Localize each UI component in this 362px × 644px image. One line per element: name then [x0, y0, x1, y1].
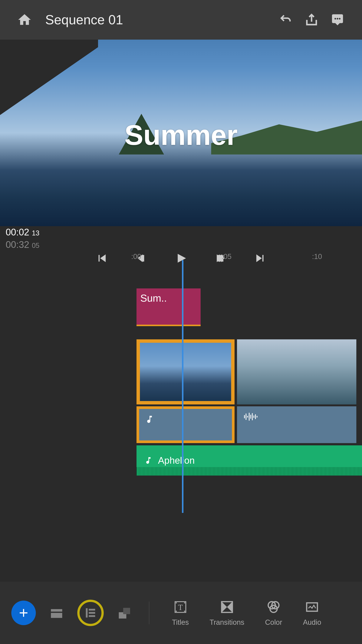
- svg-rect-30: [307, 603, 318, 611]
- toolbar-divider: [149, 602, 149, 624]
- tab-label: Audio: [303, 618, 321, 626]
- svg-point-22: [176, 602, 177, 603]
- svg-point-2: [339, 18, 341, 20]
- svg-rect-15: [89, 609, 95, 610]
- svg-rect-19: [123, 608, 130, 614]
- timeline[interactable]: Sum.. Aphelion: [0, 264, 362, 551]
- sequence-title: Sequence 01: [45, 12, 123, 27]
- svg-rect-4: [246, 414, 246, 420]
- transitions-icon: [219, 600, 235, 614]
- audio-clip[interactable]: [237, 406, 356, 443]
- time-ruler[interactable]: :00 :05 :10: [0, 251, 362, 264]
- svg-point-0: [335, 18, 336, 20]
- svg-rect-17: [89, 615, 95, 617]
- undo-icon[interactable]: [278, 13, 293, 26]
- project-panel-button[interactable]: [47, 604, 66, 622]
- add-media-button[interactable]: [11, 600, 36, 625]
- tab-titles[interactable]: T Titles: [172, 600, 189, 626]
- svg-rect-10: [255, 414, 256, 419]
- svg-point-24: [176, 610, 177, 612]
- svg-rect-14: [86, 608, 87, 618]
- current-frames: 13: [32, 229, 39, 237]
- svg-rect-9: [254, 416, 254, 418]
- color-icon: [266, 600, 281, 614]
- music-track-label: Aphelion: [158, 455, 195, 466]
- title-clip[interactable]: Sum..: [136, 288, 201, 326]
- comment-icon[interactable]: [330, 13, 345, 26]
- tab-label: Transitions: [209, 618, 244, 626]
- svg-point-23: [184, 602, 185, 603]
- duration-time: 00:32: [6, 240, 29, 250]
- svg-point-1: [337, 18, 339, 20]
- preview-foreground-sail: [0, 40, 98, 115]
- ruler-mark: :05: [222, 252, 232, 261]
- tab-audio[interactable]: Audio: [303, 600, 321, 626]
- svg-rect-6: [249, 413, 250, 421]
- svg-text:T: T: [178, 603, 183, 612]
- svg-rect-5: [247, 416, 248, 418]
- svg-rect-16: [89, 612, 95, 614]
- bottom-toolbar: T Titles Transitions Color Audio: [0, 582, 362, 644]
- video-clip[interactable]: [237, 339, 356, 404]
- tab-color[interactable]: Color: [265, 600, 282, 626]
- svg-rect-12: [51, 609, 62, 612]
- timecode-display: 00:02 13 00:32 05: [6, 227, 39, 250]
- audio-clip-selected[interactable]: [136, 406, 235, 443]
- preview-title-overlay: Summer: [124, 119, 238, 152]
- video-track: [136, 339, 356, 404]
- linked-audio-track: [136, 406, 356, 443]
- title-clip-label: Sum..: [140, 292, 167, 304]
- svg-rect-7: [250, 415, 251, 419]
- svg-rect-8: [252, 413, 253, 420]
- current-time: 00:02: [6, 227, 29, 238]
- tab-label: Color: [265, 618, 282, 626]
- tab-transitions[interactable]: Transitions: [209, 600, 244, 626]
- top-bar: Sequence 01: [0, 0, 362, 40]
- music-note-icon: [144, 456, 153, 465]
- waveform-icon: [243, 412, 260, 422]
- svg-rect-11: [257, 416, 257, 418]
- music-waveform: [136, 467, 362, 476]
- share-icon[interactable]: [305, 13, 319, 27]
- svg-point-25: [184, 610, 185, 612]
- playhead[interactable]: [182, 260, 183, 513]
- edit-panel-button[interactable]: [77, 600, 104, 626]
- video-clip-selected[interactable]: [136, 339, 235, 404]
- home-icon[interactable]: [17, 12, 32, 27]
- svg-rect-13: [51, 613, 62, 618]
- video-preview[interactable]: Summer: [0, 40, 362, 226]
- tab-label: Titles: [172, 618, 189, 626]
- ruler-mark: :00: [131, 252, 141, 261]
- audio-icon: [305, 600, 320, 614]
- music-track-clip[interactable]: Aphelion: [136, 445, 362, 476]
- transport-row: 00:02 13 00:32 05: [0, 226, 362, 251]
- ruler-mark: :10: [312, 252, 322, 261]
- titles-icon: T: [173, 600, 188, 614]
- music-note-icon: [145, 414, 154, 424]
- duration-frames: 05: [32, 242, 39, 250]
- layers-panel-button[interactable]: [115, 604, 134, 622]
- svg-rect-3: [244, 415, 245, 418]
